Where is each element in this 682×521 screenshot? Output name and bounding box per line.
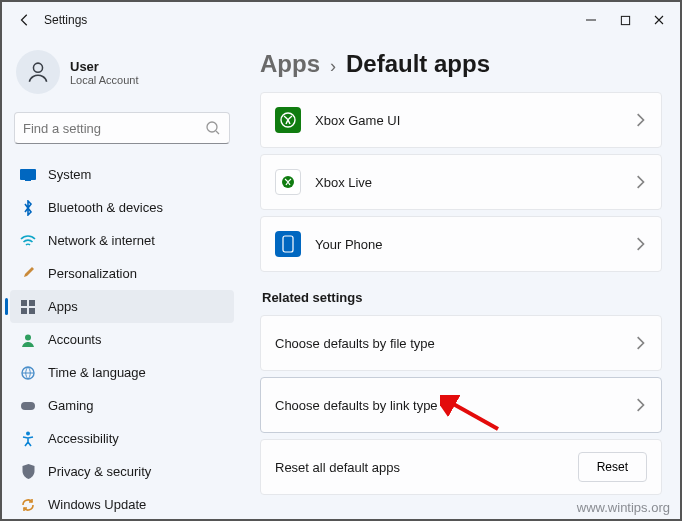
gaming-icon: [20, 398, 36, 414]
display-icon: [20, 167, 36, 183]
chevron-right-icon: [633, 175, 647, 189]
svg-point-2: [207, 122, 217, 132]
xbox-live-icon: [275, 169, 301, 195]
related-label: Choose defaults by link type: [275, 398, 633, 413]
nav-label: Accounts: [48, 332, 101, 347]
chevron-right-icon: [633, 237, 647, 251]
nav-list: System Bluetooth & devices Network & int…: [10, 158, 234, 521]
choose-defaults-link-type[interactable]: Choose defaults by link type: [260, 377, 662, 433]
svg-rect-5: [21, 300, 27, 306]
nav-item-network[interactable]: Network & internet: [10, 224, 234, 257]
svg-rect-0: [621, 16, 629, 24]
chevron-right-icon: [633, 398, 647, 412]
sidebar: User Local Account System Bluetooth & de…: [2, 38, 242, 519]
related-label: Choose defaults by file type: [275, 336, 633, 351]
svg-rect-3: [20, 169, 36, 180]
user-name: User: [70, 59, 139, 74]
nav-item-privacy[interactable]: Privacy & security: [10, 455, 234, 488]
chevron-right-icon: ›: [330, 56, 336, 77]
phone-icon: [275, 231, 301, 257]
nav-item-system[interactable]: System: [10, 158, 234, 191]
arrow-left-icon: [18, 13, 32, 27]
choose-defaults-file-type[interactable]: Choose defaults by file type: [260, 315, 662, 371]
reset-label: Reset all default apps: [275, 460, 578, 475]
nav-label: Network & internet: [48, 233, 155, 248]
avatar: [16, 50, 60, 94]
nav-label: System: [48, 167, 91, 182]
watermark: www.wintips.org: [577, 500, 670, 515]
search-icon: [205, 120, 221, 136]
reset-button[interactable]: Reset: [578, 452, 647, 482]
svg-rect-4: [25, 180, 31, 181]
svg-point-1: [33, 63, 42, 72]
minimize-button[interactable]: [584, 13, 598, 27]
reset-defaults-row: Reset all default apps Reset: [260, 439, 662, 495]
nav-item-gaming[interactable]: Gaming: [10, 389, 234, 422]
user-block[interactable]: User Local Account: [10, 42, 234, 108]
window-title: Settings: [44, 13, 87, 27]
search-input[interactable]: [23, 121, 205, 136]
app-row-your-phone[interactable]: Your Phone: [260, 216, 662, 272]
page-title: Default apps: [346, 50, 490, 78]
nav-item-update[interactable]: Windows Update: [10, 488, 234, 521]
window-controls: [584, 13, 674, 27]
app-row-xbox-game-ui[interactable]: Xbox Game UI: [260, 92, 662, 148]
update-icon: [20, 497, 36, 513]
app-label: Your Phone: [315, 237, 633, 252]
shield-icon: [20, 464, 36, 480]
nav-label: Windows Update: [48, 497, 146, 512]
user-sub: Local Account: [70, 74, 139, 86]
search-box[interactable]: [14, 112, 230, 144]
nav-item-accessibility[interactable]: Accessibility: [10, 422, 234, 455]
globe-icon: [20, 365, 36, 381]
svg-rect-6: [29, 300, 35, 306]
svg-rect-11: [21, 402, 35, 410]
user-icon: [25, 59, 51, 85]
main-panel: Apps › Default apps Xbox Game UI Xbox Li…: [242, 38, 680, 519]
svg-rect-15: [283, 236, 293, 252]
related-settings-title: Related settings: [262, 290, 662, 305]
accessibility-icon: [20, 431, 36, 447]
nav-item-time[interactable]: Time & language: [10, 356, 234, 389]
breadcrumb: Apps › Default apps: [260, 44, 662, 92]
nav-item-accounts[interactable]: Accounts: [10, 323, 234, 356]
nav-label: Gaming: [48, 398, 94, 413]
nav-label: Apps: [48, 299, 78, 314]
apps-icon: [20, 299, 36, 315]
nav-item-apps[interactable]: Apps: [10, 290, 234, 323]
nav-item-personalization[interactable]: Personalization: [10, 257, 234, 290]
nav-item-bluetooth[interactable]: Bluetooth & devices: [10, 191, 234, 224]
nav-label: Privacy & security: [48, 464, 151, 479]
app-label: Xbox Game UI: [315, 113, 633, 128]
svg-point-12: [26, 431, 30, 435]
nav-label: Time & language: [48, 365, 146, 380]
chevron-right-icon: [633, 336, 647, 350]
back-button[interactable]: [16, 11, 34, 29]
svg-point-9: [25, 334, 31, 340]
close-button[interactable]: [652, 13, 666, 27]
brush-icon: [20, 266, 36, 282]
svg-rect-8: [29, 308, 35, 314]
xbox-icon: [275, 107, 301, 133]
nav-label: Accessibility: [48, 431, 119, 446]
breadcrumb-parent[interactable]: Apps: [260, 50, 320, 78]
titlebar: Settings: [2, 2, 680, 38]
chevron-right-icon: [633, 113, 647, 127]
wifi-icon: [20, 233, 36, 249]
nav-label: Personalization: [48, 266, 137, 281]
maximize-button[interactable]: [618, 13, 632, 27]
bluetooth-icon: [20, 200, 36, 216]
svg-rect-7: [21, 308, 27, 314]
account-icon: [20, 332, 36, 348]
app-label: Xbox Live: [315, 175, 633, 190]
app-row-xbox-live[interactable]: Xbox Live: [260, 154, 662, 210]
nav-label: Bluetooth & devices: [48, 200, 163, 215]
